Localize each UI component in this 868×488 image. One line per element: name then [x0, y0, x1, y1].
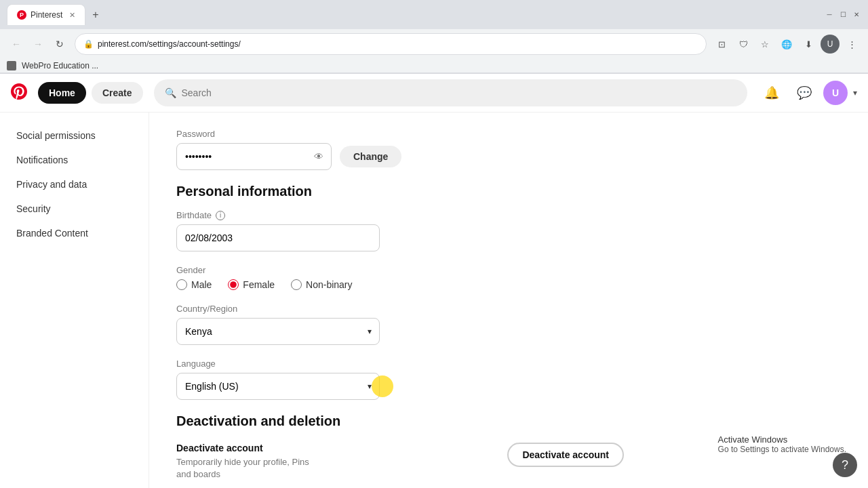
browser-extension-button[interactable]: 🌐	[777, 35, 796, 54]
gender-label: Gender	[176, 265, 841, 275]
gender-field-group: Gender Male Female Non-binary	[176, 265, 841, 290]
bookmark-favicon	[7, 61, 16, 70]
gender-nonbinary-label: Non-binary	[306, 279, 352, 290]
password-input[interactable]	[176, 143, 332, 170]
url-bar[interactable]: 🔒 pinterest.com/settings/account-setting…	[75, 33, 707, 55]
bookmark-label[interactable]: WebPro Education ...	[22, 61, 98, 70]
deactivate-account-title: Deactivate account	[176, 443, 507, 453]
gender-male-option[interactable]: Male	[176, 279, 212, 290]
sidebar-item-social-permissions[interactable]: Social permissions	[0, 123, 138, 148]
personal-info-title: Personal information	[176, 184, 841, 199]
deactivate-account-info: Deactivate account Temporarily hide your…	[176, 443, 507, 481]
birthdate-info-icon[interactable]: i	[216, 211, 225, 220]
language-field-group: Language English (US) English (UK) Spani…	[176, 359, 841, 400]
sidebar-item-security[interactable]: Security	[0, 197, 138, 221]
security-lock-icon: 🔒	[83, 39, 94, 49]
sidebar-item-branded-content[interactable]: Branded Content	[0, 221, 138, 245]
user-menu-chevron[interactable]: ▾	[853, 88, 857, 98]
pinterest-logo[interactable]	[11, 83, 27, 103]
password-label: Password	[176, 129, 841, 139]
deactivate-account-item: Deactivate account Temporarily hide your…	[176, 443, 624, 481]
url-text: pinterest.com/settings/account-settings/	[98, 39, 698, 49]
language-select[interactable]: English (US) English (UK) Spanish French…	[176, 373, 380, 400]
country-select-wrapper: Kenya United States United Kingdom Canad…	[176, 318, 380, 345]
password-field-group: Password 👁 Change	[176, 129, 841, 170]
search-bar[interactable]: 🔍	[154, 79, 748, 106]
browser-profile-button[interactable]: U	[821, 35, 840, 54]
create-nav-button[interactable]: Create	[92, 82, 143, 104]
deactivate-account-button[interactable]: Deactivate account	[507, 443, 624, 467]
country-label: Country/Region	[176, 304, 841, 314]
toolbar-actions: ⊡ 🛡 ☆ 🌐 ⬇ U ⋮	[712, 35, 861, 54]
browser-chrome: P Pinterest ✕ + ─ ☐ ✕ ← → ↻ 🔒 pinterest.…	[0, 0, 868, 74]
restore-button[interactable]: ☐	[838, 10, 848, 20]
address-bar: ← → ↻ 🔒 pinterest.com/settings/account-s…	[0, 29, 868, 59]
gender-nonbinary-radio[interactable]	[291, 279, 302, 290]
birthdate-input[interactable]	[176, 224, 380, 251]
password-wrapper: 👁	[176, 143, 332, 170]
windows-activation-overlay: Activate Windows Go to Settings to activ…	[707, 428, 857, 461]
user-avatar[interactable]: U	[823, 81, 848, 105]
sidebar-item-privacy-and-data[interactable]: Privacy and data	[0, 172, 138, 197]
search-icon: 🔍	[165, 87, 176, 98]
language-select-wrapper: English (US) English (UK) Spanish French…	[176, 373, 380, 400]
gender-nonbinary-option[interactable]: Non-binary	[291, 279, 352, 290]
reload-button[interactable]: ↻	[50, 35, 69, 54]
tab-close-button[interactable]: ✕	[69, 11, 75, 20]
home-nav-button[interactable]: Home	[38, 82, 86, 104]
gender-male-label: Male	[191, 279, 212, 290]
more-options-button[interactable]: ⋮	[842, 35, 861, 54]
close-window-button[interactable]: ✕	[852, 10, 861, 20]
nav-buttons: ← → ↻	[7, 35, 69, 54]
tab-title: Pinterest	[31, 10, 62, 20]
minimize-button[interactable]: ─	[825, 10, 834, 20]
tab-favicon: P	[17, 10, 26, 20]
sidebar-item-notifications[interactable]: Notifications	[0, 148, 138, 172]
gender-female-option[interactable]: Female	[228, 279, 275, 290]
forward-button[interactable]: →	[28, 35, 47, 54]
language-label: Language	[176, 359, 841, 369]
show-password-icon[interactable]: 👁	[314, 151, 323, 162]
header-actions: 🔔 💬 U ▾	[758, 79, 857, 106]
download-button[interactable]: ⬇	[799, 35, 818, 54]
gender-male-radio[interactable]	[176, 279, 187, 290]
windows-activate-desc: Go to Settings to activate Windows.	[718, 445, 846, 454]
screen-cast-button[interactable]: ⊡	[712, 35, 731, 54]
back-button[interactable]: ←	[7, 35, 26, 54]
change-password-button[interactable]: Change	[340, 146, 401, 167]
country-field-group: Country/Region Kenya United States Unite…	[176, 304, 841, 345]
password-row: 👁 Change	[176, 143, 841, 170]
help-button[interactable]: ?	[833, 453, 857, 477]
gender-female-label: Female	[243, 279, 275, 290]
windows-activate-title: Activate Windows	[718, 434, 846, 445]
title-bar: P Pinterest ✕ + ─ ☐ ✕	[0, 0, 868, 29]
messages-button[interactable]: 💬	[791, 79, 818, 106]
bookmark-button[interactable]: ☆	[755, 35, 774, 54]
browser-tab[interactable]: P Pinterest ✕	[7, 4, 85, 25]
deactivate-account-desc: Temporarily hide your profile, Pins and …	[176, 456, 326, 481]
deactivation-title: Deactivation and deletion	[176, 413, 841, 429]
gender-radio-group: Male Female Non-binary	[176, 279, 841, 290]
new-tab-button[interactable]: +	[85, 5, 105, 25]
birthdate-label: Birthdate i	[176, 210, 841, 220]
window-controls: ─ ☐ ✕	[825, 10, 861, 20]
sidebar: Social permissions Notifications Privacy…	[0, 113, 149, 488]
gender-female-radio[interactable]	[228, 279, 239, 290]
search-input[interactable]	[182, 87, 737, 98]
birthdate-field-group: Birthdate i	[176, 210, 841, 251]
notifications-button[interactable]: 🔔	[758, 79, 785, 106]
country-select[interactable]: Kenya United States United Kingdom Canad…	[176, 318, 380, 345]
adblock-button[interactable]: 🛡	[734, 35, 753, 54]
bookmark-bar: WebPro Education ...	[0, 59, 868, 73]
app-header: Home Create 🔍 🔔 💬 U ▾	[0, 74, 868, 113]
header-nav: Home Create	[38, 82, 143, 104]
